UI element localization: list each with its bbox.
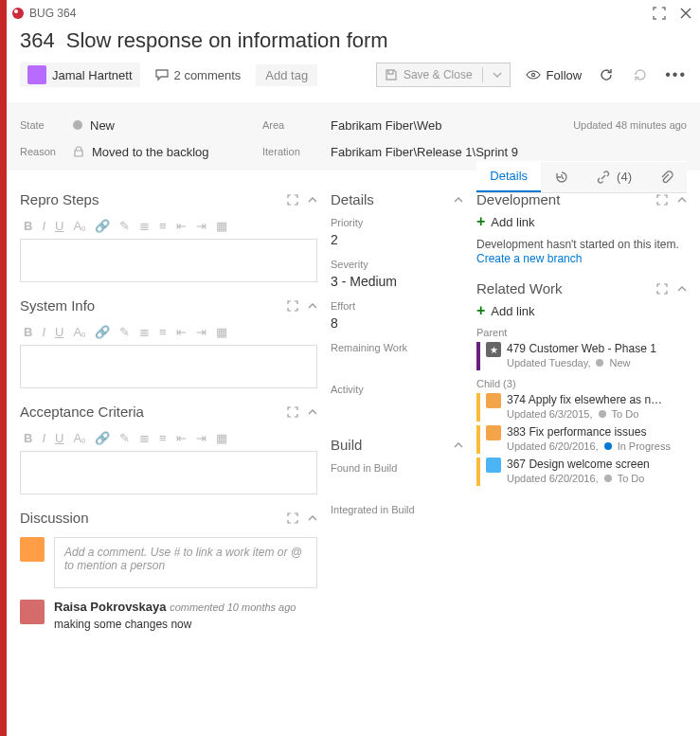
chevron-up-icon[interactable]: [308, 194, 317, 206]
image-insert-icon[interactable]: ▦: [216, 325, 227, 339]
indent-icon[interactable]: ⇥: [196, 431, 206, 445]
assignee-name: Jamal Hartnett: [52, 68, 133, 82]
avatar: [486, 458, 501, 473]
section-related-work: Related Work: [476, 280, 656, 296]
clear-format-icon[interactable]: ✎: [119, 325, 130, 339]
related-item[interactable]: 374 Apply fix elsewhere as n… Updated 6/…: [476, 393, 687, 422]
chevron-up-icon[interactable]: [454, 195, 463, 205]
comment-author: Raisa Pokrovskaya: [54, 600, 167, 614]
chevron-up-icon[interactable]: [308, 406, 317, 418]
chevron-up-icon[interactable]: [677, 194, 687, 206]
integrated-build-value[interactable]: [331, 519, 463, 536]
related-item[interactable]: 367 Design welcome screen Updated 6/20/2…: [476, 458, 687, 486]
create-branch-link[interactable]: Create a new branch: [476, 252, 582, 265]
comments-button[interactable]: 2 comments: [155, 68, 242, 82]
indent-icon[interactable]: ⇥: [196, 325, 206, 339]
chevron-down-icon[interactable]: [493, 70, 502, 80]
link-tool-icon[interactable]: 🔗: [95, 219, 110, 233]
priority-label: Priority: [331, 217, 463, 228]
reason-value[interactable]: Moved to the backlog: [92, 145, 209, 159]
save-icon: [385, 68, 398, 81]
dev-add-link-button[interactable]: + Add link: [476, 213, 687, 230]
underline-icon[interactable]: U: [55, 219, 63, 233]
expand-icon[interactable]: [287, 406, 298, 418]
chevron-up-icon[interactable]: [677, 283, 687, 295]
section-repro-steps: Repro Steps: [20, 191, 287, 207]
system-info-input[interactable]: [20, 345, 317, 388]
bullets-icon[interactable]: ≣: [139, 325, 150, 339]
work-item-title[interactable]: Slow response on information form: [66, 28, 388, 53]
bullets-icon[interactable]: ≣: [139, 431, 150, 445]
refresh-icon[interactable]: [597, 65, 616, 84]
italic-icon[interactable]: I: [42, 431, 45, 445]
severity-label: Severity: [331, 259, 463, 270]
remaining-value[interactable]: [331, 357, 463, 374]
rel-add-link-button[interactable]: + Add link: [476, 302, 687, 319]
related-item[interactable]: 383 Fix performance issues Updated 6/20/…: [476, 425, 687, 454]
underline-icon[interactable]: U: [55, 431, 63, 445]
expand-icon[interactable]: [656, 283, 668, 295]
chevron-up-icon[interactable]: [308, 300, 317, 312]
italic-icon[interactable]: I: [42, 325, 45, 339]
rich-text-toolbar[interactable]: B I U A₀ 🔗 ✎ ≣ ≡ ⇤ ⇥ ▦: [20, 425, 317, 451]
save-close-button[interactable]: Save & Close: [376, 63, 511, 87]
effort-label: Effort: [331, 300, 463, 312]
more-actions-button[interactable]: •••: [665, 66, 687, 83]
discussion-input[interactable]: Add a comment. Use # to link a work item…: [54, 537, 317, 588]
link-tool-icon[interactable]: 🔗: [95, 325, 110, 339]
image-insert-icon[interactable]: ▦: [216, 431, 227, 445]
activity-value[interactable]: [331, 399, 463, 416]
assignee-button[interactable]: Jamal Hartnett: [20, 63, 140, 87]
italic-icon[interactable]: I: [42, 219, 45, 233]
numbers-icon[interactable]: ≡: [159, 431, 167, 445]
repro-steps-input[interactable]: [20, 239, 317, 282]
bullets-icon[interactable]: ≣: [139, 219, 150, 233]
rich-text-toolbar[interactable]: B I U A₀ 🔗 ✎ ≣ ≡ ⇤ ⇥ ▦: [20, 319, 317, 345]
tab-history[interactable]: [541, 162, 583, 192]
bold-icon[interactable]: B: [24, 219, 32, 233]
numbers-icon[interactable]: ≡: [159, 219, 167, 233]
expand-icon[interactable]: [287, 300, 298, 312]
undo-icon[interactable]: [631, 65, 650, 84]
font-color-icon[interactable]: A₀: [73, 431, 85, 445]
iteration-value[interactable]: Fabrikam Fiber\Release 1\Sprint 9: [331, 145, 687, 159]
tab-links[interactable]: (4): [583, 162, 645, 192]
outdent-icon[interactable]: ⇤: [176, 325, 187, 339]
font-color-icon[interactable]: A₀: [73, 325, 85, 339]
rich-text-toolbar[interactable]: B I U A₀ 🔗 ✎ ≣ ≡ ⇤ ⇥ ▦: [20, 213, 317, 239]
severity-value[interactable]: 3 - Medium: [331, 274, 463, 291]
add-tag-button[interactable]: Add tag: [256, 64, 317, 86]
tab-details[interactable]: Details: [476, 161, 541, 192]
tab-attachments[interactable]: [645, 162, 687, 192]
acceptance-input[interactable]: [20, 451, 317, 494]
font-color-icon[interactable]: A₀: [73, 219, 85, 233]
numbers-icon[interactable]: ≡: [159, 325, 167, 339]
avatar: [20, 600, 45, 624]
effort-value[interactable]: 8: [331, 315, 463, 332]
close-icon[interactable]: [679, 7, 692, 20]
clear-format-icon[interactable]: ✎: [119, 431, 130, 445]
remaining-label: Remaining Work: [331, 342, 463, 353]
state-value[interactable]: New: [90, 118, 115, 133]
expand-icon[interactable]: [287, 194, 298, 206]
underline-icon[interactable]: U: [55, 325, 63, 339]
expand-icon[interactable]: [287, 512, 298, 524]
indent-icon[interactable]: ⇥: [196, 219, 206, 233]
found-build-value[interactable]: [331, 477, 463, 494]
priority-value[interactable]: 2: [331, 232, 463, 249]
area-value[interactable]: Fabrikam Fiber\Web: [331, 118, 573, 133]
chevron-up-icon[interactable]: [308, 512, 317, 524]
image-insert-icon[interactable]: ▦: [216, 219, 227, 233]
clear-format-icon[interactable]: ✎: [119, 219, 130, 233]
outdent-icon[interactable]: ⇤: [176, 219, 187, 233]
fullscreen-icon[interactable]: [653, 7, 666, 20]
chevron-up-icon[interactable]: [454, 440, 463, 450]
expand-icon[interactable]: [656, 194, 668, 206]
bold-icon[interactable]: B: [24, 325, 32, 339]
outdent-icon[interactable]: ⇤: [176, 431, 187, 445]
bold-icon[interactable]: B: [24, 431, 32, 445]
related-item[interactable]: ★ 479 Customer Web - Phase 1 Updated Tue…: [476, 342, 687, 370]
link-tool-icon[interactable]: 🔗: [95, 431, 110, 445]
follow-button[interactable]: Follow: [526, 68, 583, 82]
state-dot-icon: [73, 120, 82, 130]
